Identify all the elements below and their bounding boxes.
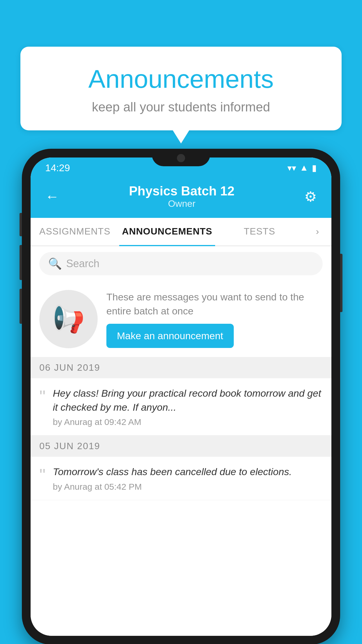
tab-more[interactable]: › <box>304 218 331 246</box>
search-container: 🔍 Search <box>31 246 331 281</box>
power-button <box>340 254 342 312</box>
tab-assignments[interactable]: ASSIGNMENTS <box>31 218 119 246</box>
announcement-item-2[interactable]: " Tomorrow's class has been cancelled du… <box>31 457 331 500</box>
search-icon: 🔍 <box>48 257 62 270</box>
promo-description: These are messages you want to send to t… <box>106 290 323 318</box>
announcement-author-1: by Anurag at 09:42 AM <box>53 417 323 427</box>
promo-card: 📢 These are messages you want to send to… <box>31 281 331 357</box>
settings-button[interactable]: ⚙ <box>304 188 317 205</box>
date-label-2: 05 JUN 2019 <box>39 441 100 451</box>
announcement-content-1: Hey class! Bring your practical record b… <box>53 386 323 427</box>
bubble-subtitle: keep all your students informed <box>38 100 324 114</box>
tab-bar: ASSIGNMENTS ANNOUNCEMENTS TESTS › <box>31 218 331 246</box>
volume-down-button <box>20 245 22 280</box>
mute-button <box>20 289 22 324</box>
search-bar[interactable]: 🔍 Search <box>39 252 323 275</box>
status-icons: ▾▾ ▲ ▮ <box>287 163 317 173</box>
phone-frame: 14:29 ▾▾ ▲ ▮ ← Physics Batch 12 Owner ⚙ … <box>22 149 340 644</box>
wifi-icon: ▾▾ <box>287 163 296 173</box>
batch-role: Owner <box>129 198 235 209</box>
content-area: 🔍 Search 📢 These are messages you want t… <box>31 246 331 636</box>
search-placeholder: Search <box>66 258 99 270</box>
date-divider-2: 05 JUN 2019 <box>31 435 331 457</box>
quote-icon-1: " <box>39 388 45 405</box>
promo-right: These are messages you want to send to t… <box>106 290 323 348</box>
volume-up-button <box>20 213 22 236</box>
signal-icon: ▲ <box>300 163 308 173</box>
speech-bubble: Announcements keep all your students inf… <box>20 47 342 130</box>
tab-announcements[interactable]: ANNOUNCEMENTS <box>119 218 215 246</box>
tab-tests[interactable]: TESTS <box>215 218 304 246</box>
promo-icon-circle: 📢 <box>39 290 98 348</box>
phone-notch <box>152 149 210 166</box>
announcement-author-2: by Anurag at 05:42 PM <box>53 482 323 492</box>
battery-icon: ▮ <box>312 163 317 173</box>
announcement-text-2: Tomorrow's class has been cancelled due … <box>53 465 323 479</box>
batch-title: Physics Batch 12 <box>129 184 235 198</box>
make-announcement-button[interactable]: Make an announcement <box>106 324 234 348</box>
megaphone-icon: 📢 <box>52 304 85 335</box>
bubble-title: Announcements <box>38 64 324 94</box>
announcement-text-1: Hey class! Bring your practical record b… <box>53 386 323 414</box>
status-time: 14:29 <box>45 162 70 174</box>
quote-icon-2: " <box>39 466 45 484</box>
date-divider-1: 06 JUN 2019 <box>31 357 331 378</box>
back-button[interactable]: ← <box>45 188 59 204</box>
app-header: ← Physics Batch 12 Owner ⚙ <box>31 178 331 218</box>
date-label-1: 06 JUN 2019 <box>39 362 100 373</box>
header-center: Physics Batch 12 Owner <box>129 184 235 209</box>
phone-camera <box>177 154 185 162</box>
speech-bubble-section: Announcements keep all your students inf… <box>20 47 342 130</box>
announcement-content-2: Tomorrow's class has been cancelled due … <box>53 465 323 492</box>
phone-screen: 14:29 ▾▾ ▲ ▮ ← Physics Batch 12 Owner ⚙ … <box>31 158 331 636</box>
announcement-item-1[interactable]: " Hey class! Bring your practical record… <box>31 378 331 435</box>
